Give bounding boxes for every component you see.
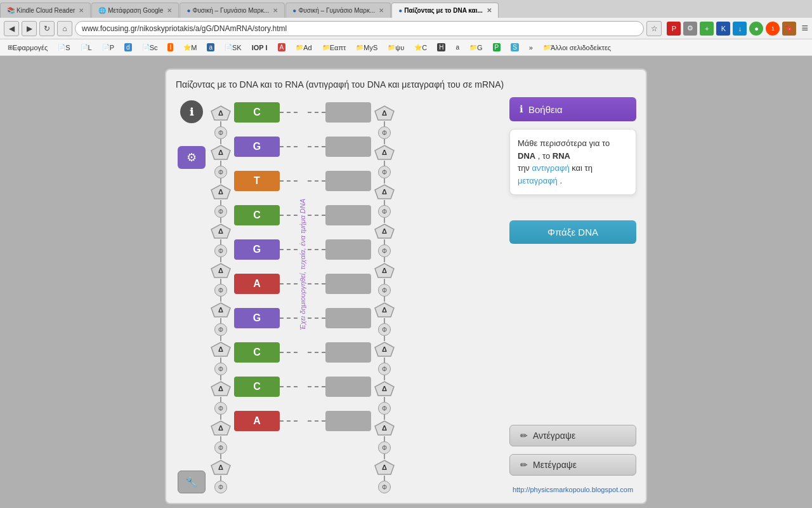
back-button[interactable]: ◀ [4, 21, 19, 36]
vline-r14 [384, 375, 385, 380]
bookmarks-amazon[interactable]: a [452, 43, 463, 52]
right-base-4[interactable] [325, 205, 371, 225]
tab-close-translate[interactable]: ✕ [167, 7, 172, 14]
bookmarks-a1[interactable]: a [203, 42, 218, 53]
right-base-2[interactable] [325, 137, 371, 157]
delta-label-5: Δ [218, 267, 223, 274]
antikrafi-link[interactable]: αντιγραφή [532, 163, 570, 173]
bookmarks-d[interactable]: d [121, 42, 136, 53]
tab-translate[interactable]: 🌐 Μετάφραση Google ✕ [91, 3, 179, 18]
copy-button[interactable]: ✏ Αντέγραψε [509, 425, 636, 446]
right-base-10[interactable] [325, 411, 371, 431]
notification-icon[interactable]: 1 [766, 22, 780, 36]
right-base-6[interactable] [325, 274, 371, 294]
tab-close-physics1[interactable]: ✕ [273, 7, 278, 14]
tab-close-physics2[interactable]: ✕ [379, 7, 384, 14]
metagrafi-link[interactable]: μεταγραφή [518, 176, 558, 185]
forward-button[interactable]: ▶ [22, 21, 37, 36]
right-base-8[interactable] [325, 342, 371, 363]
vline-r1 [384, 121, 385, 126]
phi-10-right: Φ [378, 481, 391, 493]
bookmarks-h[interactable]: H [433, 42, 449, 53]
vline-15 [220, 397, 221, 402]
bookmarks-i[interactable]: I [164, 42, 177, 53]
left-base-10[interactable]: A [234, 411, 280, 431]
right-base-7[interactable] [325, 308, 371, 328]
delta-r-10: Δ [382, 464, 387, 471]
left-base-5[interactable]: G [234, 239, 280, 260]
bookmarks-m[interactable]: ⭐ M [180, 43, 200, 53]
bookmarks-more[interactable]: » [525, 43, 537, 53]
bookmarks-sk[interactable]: 📄 SK [221, 43, 246, 53]
dash-4 [280, 205, 298, 225]
bookmarks-mys[interactable]: 📁 MyS [352, 43, 381, 53]
tools-button[interactable]: 🔧 [178, 471, 206, 493]
vline-17 [220, 436, 221, 441]
dash-9 [280, 377, 298, 397]
info-button[interactable]: ℹ [180, 100, 203, 123]
tab-close-dna[interactable]: ✕ [487, 7, 492, 14]
menu-button[interactable]: ≡ [801, 22, 808, 35]
left-base-9[interactable]: C [234, 377, 280, 397]
bookmarks-g[interactable]: 📁 G [466, 43, 487, 53]
gear-icon[interactable]: ⚙ [683, 22, 697, 36]
kaizala-icon[interactable]: K [716, 22, 730, 36]
right-base-1[interactable] [325, 102, 371, 123]
phi-7-right: Φ [378, 363, 391, 375]
dash-8 [280, 342, 298, 363]
right-base-9[interactable] [325, 377, 371, 397]
bookmarks-sc[interactable]: 📄 Sc [138, 43, 162, 53]
dash-5 [280, 239, 298, 260]
dash2-8 [308, 342, 325, 363]
dna-layout: ℹ ⚙ 🔧 [176, 97, 636, 493]
left-base-7[interactable]: G [234, 308, 280, 328]
bookmarks-iop[interactable]: IOP I [248, 43, 272, 53]
home-button[interactable]: ⌂ [57, 21, 72, 36]
left-base-1[interactable]: C [234, 102, 280, 123]
bookmarks-s2[interactable]: S [507, 42, 523, 53]
bookmarks-c[interactable]: ⭐ C [410, 43, 431, 53]
address-bar[interactable]: www.focusing.gr/nikoskypriotakis/a/gG/DN… [75, 21, 644, 36]
reload-button[interactable]: ↻ [39, 21, 55, 36]
vline-r19 [384, 476, 385, 481]
center-area: Έχει δημιουργηθεί, τυχαία, ένα τμήμα DNA [280, 97, 325, 431]
bookmarks-l[interactable]: 📄 L [77, 43, 96, 53]
help-button[interactable]: ℹ Βοήθεια [509, 97, 636, 121]
vline-12 [220, 336, 221, 341]
right-base-3[interactable] [325, 171, 371, 191]
left-base-4[interactable]: C [234, 205, 280, 225]
vline-9 [220, 279, 221, 284]
download-icon[interactable]: ↓ [733, 22, 747, 36]
bookmarks-p[interactable]: 📄 P [98, 43, 118, 53]
right-base-5[interactable] [325, 239, 371, 260]
pdf-icon[interactable]: P [667, 22, 681, 36]
vline-r2 [384, 139, 385, 144]
left-base-2[interactable]: G [234, 137, 280, 157]
left-base-8[interactable]: C [234, 342, 280, 363]
plus-icon[interactable]: + [700, 22, 714, 36]
bookmarks-p2[interactable]: P [489, 42, 505, 53]
dash-1 [280, 102, 298, 123]
green-circle-icon[interactable]: ● [749, 22, 763, 36]
left-base-3[interactable]: T [234, 171, 280, 191]
bookmarks-apps[interactable]: ⊞ Εφαρμογές [4, 43, 51, 53]
tab-kindle[interactable]: 📚 Kindle Cloud Reader ✕ [0, 3, 91, 18]
dash2-5 [308, 239, 325, 260]
bookmarks-psi[interactable]: 📁 ψυ [384, 43, 408, 53]
transcribe-button[interactable]: ✏ Μετέγραψε [509, 454, 636, 476]
settings-button[interactable]: ⚙ [178, 146, 206, 169]
left-base-6[interactable]: A [234, 274, 280, 294]
tab-close-kindle[interactable]: ✕ [79, 7, 84, 14]
bookmarks-s1[interactable]: 📄 S [54, 43, 74, 53]
paste-button[interactable]: Φπάξε DNA [509, 220, 636, 244]
bookmarks-a2[interactable]: A [274, 42, 290, 53]
bookmarks-eapt[interactable]: 📁 Εαπτ [318, 43, 350, 53]
bookmark-star[interactable]: ☆ [646, 21, 662, 36]
tab-physics2[interactable]: ● Φυσική – Γυμνάσιο Μαρκ... ✕ [285, 3, 391, 18]
bookmark-icon[interactable]: 🔖 [782, 22, 796, 36]
tab-dna[interactable]: ● Παίζοντας με το DNA και... ✕ [391, 3, 499, 18]
tab-physics1[interactable]: ● Φυσική – Γυμνάσιο Μαρκ... ✕ [180, 3, 285, 18]
bookmarks-ad[interactable]: 📁 Ad [292, 43, 315, 53]
bookmarks-other[interactable]: 📁 Άλλοι σελιδοδείκτες [539, 43, 615, 53]
bottom-link[interactable]: http://physicsmarkopoulo.blogspot.com [509, 486, 636, 493]
